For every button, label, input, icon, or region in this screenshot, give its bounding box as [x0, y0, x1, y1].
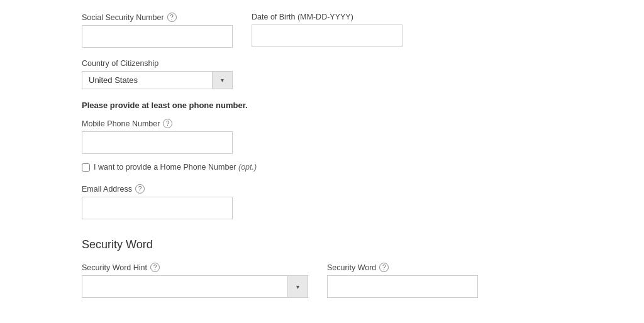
email-help-icon[interactable]: ?: [135, 184, 145, 194]
email-label: Email Address ?: [82, 184, 562, 194]
country-chevron-icon[interactable]: ▾: [212, 72, 232, 89]
ssn-label-text: Social Security Number: [82, 13, 164, 22]
security-row: Security Word Hint ? ▾ Security Word ?: [82, 263, 562, 298]
security-hint-help-icon[interactable]: ?: [150, 263, 160, 272]
security-hint-value: [82, 276, 287, 297]
ssn-field: Social Security Number ?: [82, 13, 233, 48]
dob-field: Date of Birth (MM-DD-YYYY): [252, 13, 402, 48]
country-field: Country of Citizenship United States ▾: [82, 59, 562, 89]
home-phone-label-text: I want to provide a Home Phone Number: [94, 163, 236, 172]
security-hint-label: Security Word Hint ?: [82, 263, 308, 272]
security-hint-label-text: Security Word Hint: [82, 263, 147, 272]
dob-label: Date of Birth (MM-DD-YYYY): [252, 13, 402, 21]
dob-label-text: Date of Birth (MM-DD-YYYY): [252, 13, 353, 21]
email-field: Email Address ?: [82, 184, 562, 219]
mobile-phone-input[interactable]: [82, 131, 233, 154]
mobile-label: Mobile Phone Number ?: [82, 119, 562, 128]
mobile-help-icon[interactable]: ?: [163, 119, 172, 128]
security-word-label: Security Word ?: [327, 263, 478, 272]
home-phone-opt: (opt.): [238, 163, 257, 172]
security-hint-field: Security Word Hint ? ▾: [82, 263, 308, 298]
home-phone-checkbox[interactable]: [82, 163, 90, 172]
email-label-text: Email Address: [82, 185, 132, 194]
security-hint-select[interactable]: ▾: [82, 275, 308, 298]
ssn-input[interactable]: [82, 25, 233, 48]
security-hint-chevron-icon[interactable]: ▾: [287, 276, 308, 297]
security-word-help-icon[interactable]: ?: [379, 263, 389, 272]
ssn-help-icon[interactable]: ?: [167, 13, 177, 22]
security-word-field: Security Word ?: [327, 263, 478, 298]
mobile-label-text: Mobile Phone Number: [82, 119, 160, 128]
dob-input[interactable]: [252, 25, 402, 47]
country-select-value: United States: [82, 72, 212, 89]
email-input[interactable]: [82, 197, 233, 219]
home-phone-checkbox-row: I want to provide a Home Phone Number (o…: [82, 163, 562, 172]
ssn-label: Social Security Number ?: [82, 13, 233, 22]
ssn-dob-row: Social Security Number ? Date of Birth (…: [82, 13, 562, 48]
security-word-input[interactable]: [327, 275, 478, 298]
security-word-label-text: Security Word: [327, 263, 376, 272]
security-section: Security Word Security Word Hint ? ▾ Sec…: [82, 238, 562, 298]
form-container: Social Security Number ? Date of Birth (…: [82, 13, 562, 298]
home-phone-label: I want to provide a Home Phone Number (o…: [94, 163, 257, 172]
mobile-phone-field: Mobile Phone Number ?: [82, 119, 562, 154]
country-select[interactable]: United States ▾: [82, 71, 233, 89]
security-section-title: Security Word: [82, 238, 562, 251]
country-label: Country of Citizenship: [82, 59, 562, 68]
phone-section: Please provide at least one phone number…: [82, 101, 562, 172]
phone-section-label: Please provide at least one phone number…: [82, 101, 562, 110]
